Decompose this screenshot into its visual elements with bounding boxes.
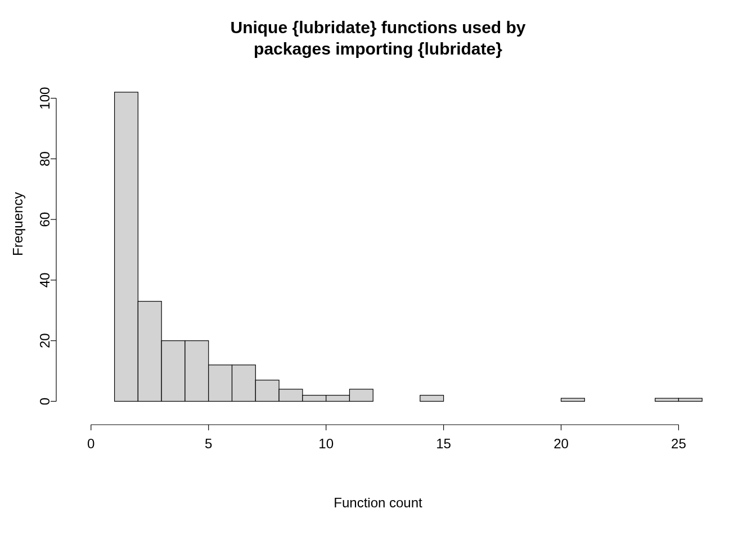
histogram-bar <box>678 398 702 401</box>
histogram-bar <box>185 341 209 402</box>
histogram-bar <box>115 92 138 402</box>
histogram-bar <box>279 389 303 402</box>
x-axis-tick-label: 0 <box>87 436 94 451</box>
histogram-bar <box>209 365 232 402</box>
y-axis-tick-label: 0 <box>37 398 52 405</box>
histogram-bar <box>655 398 679 401</box>
y-axis-tick-label: 60 <box>37 212 52 227</box>
x-axis-tick-label: 10 <box>318 436 334 451</box>
histogram-bar <box>138 302 161 402</box>
histogram-bar <box>561 398 585 401</box>
histogram-bar <box>255 380 279 402</box>
histogram-bar <box>161 341 185 402</box>
x-axis-tick-label: 25 <box>671 436 686 451</box>
x-axis-tick-label: 20 <box>554 436 569 451</box>
x-axis-tick-label: 5 <box>205 436 212 451</box>
histogram-bar <box>420 395 444 402</box>
plot-svg: 0510152025020406080100 <box>0 0 756 540</box>
histogram-bar <box>303 395 326 402</box>
y-axis-tick-label: 80 <box>37 151 52 166</box>
y-axis-tick-label: 20 <box>37 333 52 348</box>
histogram-bar <box>349 389 373 402</box>
y-axis-tick-label: 40 <box>37 273 52 288</box>
histogram-chart: Unique {lubridate} functions used by pac… <box>0 0 756 540</box>
y-axis-tick-label: 100 <box>37 87 52 110</box>
histogram-bar <box>326 395 350 402</box>
x-axis-tick-label: 15 <box>436 436 451 451</box>
histogram-bar <box>232 365 256 402</box>
